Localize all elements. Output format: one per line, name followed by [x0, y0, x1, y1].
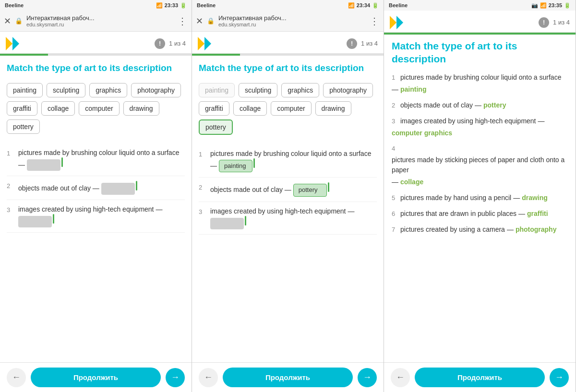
forward-button-1[interactable]: →	[166, 368, 185, 387]
q-number-2-1: 1	[199, 150, 206, 159]
question-title-1: Match the type of art to its description	[7, 62, 185, 74]
browser-bar-2: ✕ 🔒 Интерактивная рабоч... edu.skysmart.…	[192, 11, 384, 32]
lock-icon-1: 🔒	[15, 17, 23, 24]
ans-text-3-6: pictures that are drawn in public places	[400, 209, 516, 219]
alert-icon-1: !	[155, 38, 165, 49]
continue-button-3[interactable]: Продолжить	[415, 368, 545, 387]
ans-text-3-1: pictures made by brushing colour liquid …	[400, 72, 561, 83]
menu-dots-2[interactable]: ⋮	[370, 15, 380, 27]
chip-collage-1[interactable]: collage	[41, 101, 75, 116]
ans-text-3-3: images created by using high-tech equipm…	[400, 116, 536, 126]
answer-box-1-3[interactable]	[18, 216, 52, 227]
phone-panel-2: Beeline 📶 23:34 🔋 ✕ 🔒 Интерактивная рабо…	[192, 0, 384, 392]
status-right-1: 📶 23:33 🔋	[156, 2, 187, 9]
answer-cursor-1-2	[136, 181, 137, 190]
chip-sculpting-2[interactable]: sculpting	[239, 83, 277, 97]
question-title-3: Match the type of art to its description	[392, 39, 568, 66]
q-number-2-2: 2	[199, 183, 206, 192]
ans-text-3-2: objects made out of clay	[400, 100, 473, 110]
continue-button-2[interactable]: Продолжить	[223, 368, 353, 387]
answer-line-3-4: 4 pictures made by sticking pieces of pa…	[392, 144, 568, 188]
main-content-3: Match the type of art to its description…	[384, 35, 576, 362]
ans-num-3-2: 2	[392, 101, 398, 110]
ans-text-3-4: pictures made by sticking pieces of pape…	[392, 155, 568, 175]
menu-dots-1[interactable]: ⋮	[178, 15, 188, 27]
back-button-3[interactable]: ←	[391, 368, 410, 387]
q-text-2-1: pictures made by brushing colour liquid …	[210, 149, 377, 173]
chip-graphics-2[interactable]: graphics	[281, 83, 319, 97]
answer-cursor-1-3	[53, 214, 54, 224]
ans-word-3-3a: computer	[392, 128, 422, 138]
chip-painting-1[interactable]: painting	[7, 83, 43, 97]
url-info-1: Интерактивная рабоч... edu.skysmart.ru	[26, 14, 174, 27]
ans-dash-3-5: —	[513, 193, 520, 203]
answer-box-2-2[interactable]: pottery	[293, 184, 327, 196]
q-text-1-3: images created by using high-tech equipm…	[18, 205, 185, 228]
ans-word-3-3b: graphics	[424, 128, 452, 138]
chip-graphics-1[interactable]: graphics	[89, 83, 127, 97]
answer-box-2-1[interactable]: painting	[219, 160, 252, 172]
signal-icon-1: 📶	[156, 2, 163, 9]
chip-computer-2[interactable]: computer	[271, 101, 311, 116]
back-button-2[interactable]: ←	[199, 368, 218, 387]
ans-num-3-1: 1	[392, 73, 398, 83]
back-button-1[interactable]: ←	[7, 368, 26, 387]
chip-graffiti-1[interactable]: graffiti	[7, 101, 37, 116]
ans-num-3-6: 6	[392, 209, 398, 219]
chip-computer-1[interactable]: computer	[79, 101, 119, 116]
answer-box-1-2[interactable]	[101, 183, 135, 194]
carrier-1: Beeline	[5, 2, 24, 8]
chip-photography-1[interactable]: photography	[131, 83, 181, 97]
ans-text-3-7: pictures created by using a camera	[400, 225, 505, 235]
status-bar-2: Beeline 📶 23:34 🔋	[192, 0, 384, 11]
ans-dash-3-4: —	[392, 177, 398, 187]
chip-photography-2[interactable]: photography	[323, 83, 373, 97]
answer-line-3-7: 7 pictures created by using a camera — p…	[392, 225, 568, 235]
forward-button-3[interactable]: →	[550, 368, 569, 387]
alert-icon-2: !	[347, 38, 357, 49]
time-2: 23:34	[357, 2, 370, 8]
question-item-1-2: 2 objects made out of clay —	[7, 176, 185, 200]
alert-icon-3: !	[539, 17, 549, 28]
ans-word-3-4: collage	[400, 177, 423, 187]
counter-1: 1 из 4	[169, 40, 186, 47]
status-right-3: 📷 📶 23:35 🔋	[531, 2, 571, 9]
svg-marker-1	[12, 37, 19, 50]
q-number-2-3: 3	[199, 208, 206, 216]
forward-button-2[interactable]: →	[358, 368, 377, 387]
answer-line-3-5: 5 pictures made by hand using a pencil —…	[392, 193, 568, 203]
q-number-1-2: 2	[7, 182, 14, 190]
url-title-2: Интерактивная рабоч...	[218, 14, 366, 22]
counter-3: 1 из 4	[553, 19, 570, 26]
answer-cursor-2-1	[253, 158, 255, 168]
question-item-1-1: 1 pictures made by brushing colour liqui…	[7, 143, 185, 177]
url-domain-2: edu.skysmart.ru	[218, 22, 366, 27]
ans-num-3-4: 4	[392, 144, 398, 154]
status-bar-3: Beeline 📷 📶 23:35 🔋	[384, 0, 576, 11]
chip-painting-2[interactable]: painting	[199, 83, 235, 97]
chip-sculpting-1[interactable]: sculpting	[47, 83, 85, 97]
q-text-1-2: objects made out of clay —	[18, 181, 185, 194]
close-icon-1[interactable]: ✕	[4, 16, 11, 26]
chip-drawing-2[interactable]: drawing	[315, 101, 351, 116]
question-item-2-2: 2 objects made out of clay — pottery	[199, 178, 377, 202]
url-info-2: Интерактивная рабоч... edu.skysmart.ru	[218, 14, 366, 27]
chip-graffiti-2[interactable]: graffiti	[199, 101, 229, 116]
close-icon-2[interactable]: ✕	[196, 16, 203, 26]
ans-num-3-3: 3	[392, 117, 398, 126]
top-bar-3: ! 1 из 4	[384, 11, 576, 33]
bottom-nav-3: ← Продолжить →	[384, 362, 576, 392]
chip-pottery-2[interactable]: pottery	[199, 119, 233, 135]
ans-num-3-5: 5	[392, 193, 398, 203]
answer-box-2-3[interactable]	[210, 218, 244, 229]
continue-button-1[interactable]: Продолжить	[31, 368, 161, 387]
ans-dash-3-2: —	[475, 100, 481, 110]
main-content-1: Match the type of art to its description…	[0, 56, 192, 362]
chip-pottery-1[interactable]: pottery	[7, 119, 40, 134]
answer-box-1-1[interactable]	[27, 159, 60, 171]
battery-icon-2: 🔋	[372, 2, 379, 9]
ans-word-3-5: drawing	[522, 193, 548, 203]
chip-drawing-1[interactable]: drawing	[123, 101, 159, 116]
chip-collage-2[interactable]: collage	[233, 101, 267, 116]
questions-list-1: 1 pictures made by brushing colour liqui…	[7, 143, 185, 233]
